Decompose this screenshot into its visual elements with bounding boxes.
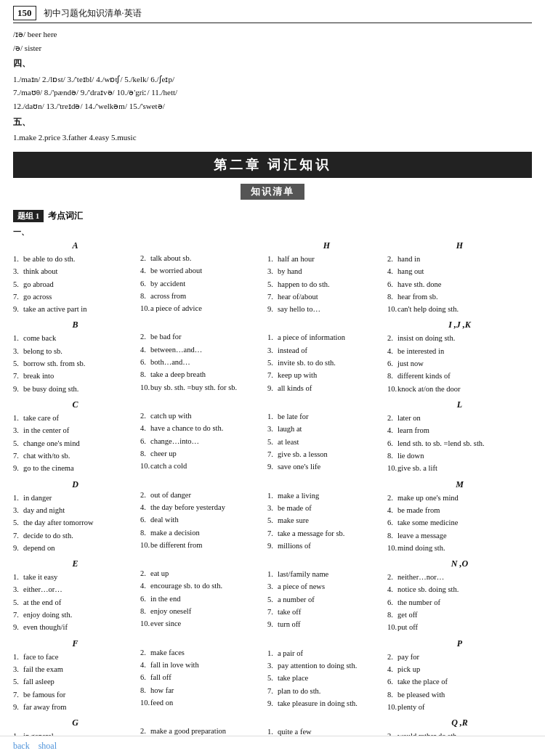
list-item: 9.say hello to… — [267, 303, 386, 315]
list-item: 1.half an hour — [267, 253, 386, 265]
list-item: 4.notice sb. doing sth. — [387, 583, 532, 596]
list-item: 3.belong to sb. — [13, 345, 137, 357]
list-item: 10.feed on — [140, 696, 265, 709]
list-item: 9.even though/if — [13, 621, 137, 633]
list-item: 2.later on — [387, 412, 532, 424]
list-item: 6.in the end — [140, 593, 265, 605]
group-title: 考点词汇 — [48, 210, 83, 222]
list-item: 4.encourage sb. to do sth. — [140, 580, 265, 592]
letter-P-even: P — [387, 638, 532, 649]
section-F-mid: 2.make faces 4.fall in love with 6.fall … — [140, 635, 265, 710]
bottom-bar: back shoal — [0, 736, 545, 756]
list-item: 9.take an active part in — [13, 303, 137, 315]
list-item: 3.pay attention to doing sth. — [267, 659, 386, 672]
list-item: 10.put off — [387, 621, 532, 633]
list-item: 7.take off — [267, 606, 386, 618]
list-item: 4.be interested in — [387, 345, 532, 357]
list-item: 6.just now — [387, 357, 532, 370]
list-item: 8.across from — [140, 290, 265, 302]
list-item: 1.face to face — [13, 651, 137, 663]
back-button[interactable]: back — [13, 741, 30, 752]
group-label: 题组 1 考点词汇 — [13, 210, 532, 222]
letter-M-even: M — [387, 479, 532, 490]
list-item: 6.fall off — [140, 671, 265, 683]
list-item: 3.day and night — [13, 504, 137, 516]
list-item: 3.by hand — [267, 265, 386, 277]
list-item: 7.keep up with — [267, 369, 386, 381]
list-item: 10.buy sb. sth. =buy sth. for sb. — [140, 381, 265, 394]
phonetic-line-3: 1./maɪn/ 2./lɒst/ 3./'teɪbl/ 4./wɒtʃ/ 5.… — [13, 73, 532, 86]
sub-one: 一、 — [13, 227, 532, 237]
list-item: 4.be made from — [387, 504, 532, 516]
section-D-left: D 1.in danger 3.day and night 5.the day … — [13, 479, 137, 555]
list-item: 3.a piece of news — [267, 580, 386, 593]
letter-G: G — [13, 718, 137, 728]
list-item: 5.the day after tomorrow — [13, 516, 137, 529]
list-item: 10.ever since — [140, 617, 265, 630]
list-item: 9.save one's life — [267, 460, 386, 473]
list-item: 5.change one's mind — [13, 437, 137, 450]
letter-H-even: H — [387, 240, 532, 251]
list-item: 5.invite sb. to do sth. — [267, 357, 386, 369]
letter-D: D — [13, 479, 137, 490]
col-right-odd: H 1.half an hour 3.by hand 5.happen to d… — [267, 240, 387, 756]
section-NO-odd: 1.last/family name 3.a piece of news 5.a… — [267, 556, 386, 631]
label-four: 四、 — [13, 56, 532, 70]
letter-NO-even: N ,O — [387, 558, 532, 569]
list-item: 7.be famous for — [13, 688, 137, 701]
list-item: 9.all kinds of — [267, 382, 386, 394]
list-item: 7.give sb. a lesson — [267, 448, 386, 460]
list-item: 10.a piece of advice — [140, 302, 265, 314]
list-item: 6.both…and… — [140, 356, 265, 368]
list-item: 7.break into — [13, 370, 137, 382]
list-item: 2.catch up with — [140, 410, 265, 422]
list-item: 3.laugh at — [267, 423, 386, 435]
list-item: 8.cheer up — [140, 447, 265, 460]
list-item: 2.make faces — [140, 646, 265, 659]
section-NO-even: N ,O 2.neither…nor… 4.notice sb. doing s… — [387, 558, 532, 634]
phonetic-line-2: /ə/ sister — [13, 41, 532, 55]
list-item: 9.millions of — [267, 540, 386, 552]
section-H-odd: H 1.half an hour 3.by hand 5.happen to d… — [267, 240, 386, 316]
list-item: 5.at the end of — [13, 596, 137, 609]
list-item: 8.hear from sb. — [387, 290, 532, 303]
list-item: 3.think about — [13, 265, 137, 277]
letter-C: C — [13, 399, 137, 410]
list-item: 9.be busy doing sth. — [13, 383, 137, 395]
phonetic-section: /ɪə/ beer here /ə/ sister 四、 1./maɪn/ 2.… — [13, 28, 532, 145]
list-item: 2.talk about sb. — [140, 252, 265, 264]
list-item: 6.deal with — [140, 513, 265, 526]
list-item: 1.be able to do sth. — [13, 253, 137, 265]
list-item: 5.take place — [267, 672, 386, 684]
list-item: 6.take some medicine — [387, 516, 532, 529]
section-I-odd: 1.a piece of information 3.instead of 5.… — [267, 320, 386, 394]
list-item: 6.change…into… — [140, 435, 265, 447]
list-item: 10.plenty of — [387, 701, 532, 713]
list-item: 5.a number of — [267, 593, 386, 606]
list-item: 8.be pleased with — [387, 688, 532, 701]
list-item: 3.instead of — [267, 344, 386, 357]
section-M-even: M 2.make up one's mind 4.be made from 6.… — [387, 479, 532, 555]
list-item: 9.turn off — [267, 618, 386, 630]
section-P-even: P 2.pay for 4.pick up 6.take the place o… — [387, 638, 532, 714]
list-item: 3.in the center of — [13, 424, 137, 436]
section-M-odd: 1.make a living 3.be made of 5.make sure… — [267, 478, 386, 553]
list-item: 10.give sb. a lift — [387, 462, 532, 474]
list-item: 4.be worried about — [140, 264, 265, 277]
list-item: 6.take the place of — [387, 675, 532, 688]
col-right-even: H 2.hand in 4.hang out 6.have sth. done … — [387, 240, 532, 756]
list-item: 4.the day before yesterday — [140, 501, 265, 513]
list-item: 9.go to the cinema — [13, 462, 137, 474]
list-item: 8.take a deep breath — [140, 368, 265, 381]
list-item: 2.be bad for — [140, 330, 265, 343]
list-item: 9.far away from — [13, 701, 137, 713]
list-item: 4.fall in love with — [140, 659, 265, 671]
list-item: 5.make sure — [267, 514, 386, 527]
list-item: 7.take a message for sb. — [267, 527, 386, 540]
list-item: 7.decide to do sth. — [13, 529, 137, 542]
phonetic-line-4: 7./maʊθ/ 8./'pændə/ 9./'draɪvə/ 10./ə'gr… — [13, 86, 532, 99]
list-item: 1.in danger — [13, 492, 137, 504]
list-item: 4.have a chance to do sth. — [140, 422, 265, 434]
section-P-odd: 1.a pair of 3.pay attention to doing sth… — [267, 635, 386, 710]
section-H-even: H 2.hand in 4.hang out 6.have sth. done … — [387, 240, 532, 316]
